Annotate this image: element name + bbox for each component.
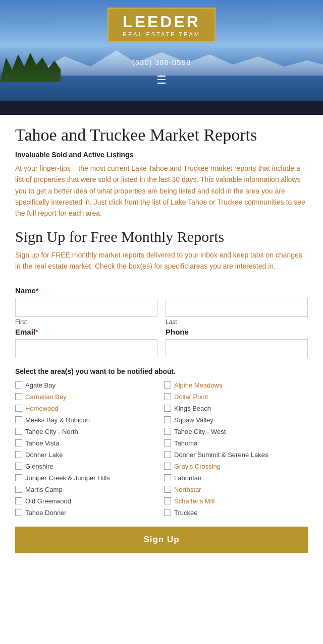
checkbox-donner-lake[interactable]: [15, 451, 22, 458]
checkbox-tahoma[interactable]: [164, 439, 171, 446]
select-label: Select the area(s) you want to be notifi…: [15, 367, 308, 375]
name-row: First Last: [15, 298, 308, 326]
list-item[interactable]: Meeks Bay & Rubicon: [15, 416, 159, 424]
list-item[interactable]: Alpine Meadows: [164, 381, 308, 389]
list-item[interactable]: Agate Bay: [15, 381, 159, 389]
hamburger-icon[interactable]: ☰: [156, 75, 167, 86]
checkbox-grays-crossing[interactable]: [164, 463, 171, 470]
email-phone-row: Email* Phone: [15, 328, 308, 358]
list-item[interactable]: Donner Lake: [15, 451, 159, 459]
first-sublabel: First: [15, 318, 157, 326]
email-col: Email*: [15, 328, 157, 358]
checkbox-martis-camp[interactable]: [15, 486, 22, 493]
list-item[interactable]: Kings Beach: [164, 405, 308, 412]
last-sublabel: Last: [166, 318, 308, 326]
intro-text: At your finger-tips – the most current L…: [15, 163, 308, 219]
checkbox-alpine-meadows[interactable]: [164, 381, 171, 389]
checkbox-tahoe-city-north[interactable]: [15, 428, 22, 435]
list-item[interactable]: Truckee: [164, 509, 308, 517]
checkbox-dollar-point[interactable]: [164, 393, 171, 400]
checkbox-truckee[interactable]: [164, 509, 171, 516]
last-name-col: Last: [166, 298, 308, 326]
phone-col: Phone: [166, 328, 308, 358]
signup-button[interactable]: Sign Up: [15, 527, 308, 553]
signup-desc: Sign up for FREE monthly market reports …: [15, 249, 308, 272]
logo-subtitle: REAL ESTATE TEAM: [123, 31, 200, 37]
logo-title: LEEDER: [123, 14, 200, 30]
checkbox-agate-bay[interactable]: [15, 381, 22, 389]
section-title: Sign Up for Free Monthly Reports: [15, 228, 308, 245]
checkbox-donner-summit[interactable]: [164, 451, 171, 458]
header: LEEDER REAL ESTATE TEAM (530) 386-0598 ☰: [0, 0, 323, 101]
checkbox-carnelian-bay[interactable]: [15, 393, 22, 400]
list-item[interactable]: Lahontan: [164, 474, 308, 482]
header-nav[interactable]: ☰: [0, 75, 323, 86]
logo-box: LEEDER REAL ESTATE TEAM: [107, 8, 216, 42]
list-item[interactable]: Tahoe Donner: [15, 509, 159, 517]
checkbox-northstar[interactable]: [164, 486, 171, 493]
list-item[interactable]: Tahoe Vista: [15, 439, 159, 447]
checkbox-tahoe-donner[interactable]: [15, 509, 22, 516]
list-item[interactable]: Tahoe City - West: [164, 428, 308, 435]
list-item[interactable]: Gray's Crossing: [164, 463, 308, 470]
dark-bar: [0, 101, 323, 115]
checkbox-lahontan[interactable]: [164, 474, 171, 481]
list-item[interactable]: Tahoma: [164, 439, 308, 447]
list-item[interactable]: Squaw Valley: [164, 416, 308, 424]
list-item[interactable]: Northstar: [164, 486, 308, 493]
checkbox-juniper-creek[interactable]: [15, 474, 22, 481]
name-label: Name*: [15, 286, 308, 295]
last-name-input[interactable]: [166, 298, 308, 317]
checkbox-kings-beach[interactable]: [164, 405, 171, 412]
checkbox-schaffers-mill[interactable]: [164, 497, 171, 504]
list-item[interactable]: Dollar Point: [164, 393, 308, 401]
list-item[interactable]: Juniper Creek & Juniper Hills: [15, 474, 159, 482]
main-content: Tahoe and Truckee Market Reports Invalua…: [0, 115, 323, 286]
list-item[interactable]: Tahoe City - North: [15, 428, 159, 435]
checkbox-squaw-valley[interactable]: [164, 416, 171, 423]
first-name-input[interactable]: [15, 298, 157, 317]
list-item[interactable]: Schaffer's Mill: [164, 497, 308, 505]
list-item[interactable]: Glenshire: [15, 463, 159, 470]
checkbox-glenshire[interactable]: [15, 463, 22, 470]
list-item[interactable]: Donner Summit & Serene Lakes: [164, 451, 308, 459]
phone-label: Phone: [166, 328, 308, 336]
email-input[interactable]: [15, 339, 157, 358]
list-item[interactable]: Carnelian Bay: [15, 393, 159, 401]
signup-form: Name* First Last Email* Phone Select the…: [0, 286, 323, 563]
phone-input[interactable]: [166, 339, 308, 358]
intro-bold: Invaluable Sold and Active Listings: [15, 151, 308, 159]
checkbox-old-greenwood[interactable]: [15, 497, 22, 504]
checkbox-tahoe-vista[interactable]: [15, 439, 22, 446]
email-label: Email*: [15, 328, 157, 336]
checkbox-meeks-bay[interactable]: [15, 416, 22, 423]
checkbox-grid: Agate Bay Alpine Meadows Carnelian Bay D…: [15, 381, 308, 517]
checkbox-tahoe-city-west[interactable]: [164, 428, 171, 435]
list-item[interactable]: Homewood: [15, 405, 159, 412]
first-name-col: First: [15, 298, 157, 326]
header-phone[interactable]: (530) 386-0598: [0, 58, 323, 67]
list-item[interactable]: Old Greenwood: [15, 497, 159, 505]
checkbox-homewood[interactable]: [15, 405, 22, 412]
page-title: Tahoe and Truckee Market Reports: [15, 125, 308, 146]
list-item[interactable]: Martis Camp: [15, 486, 159, 493]
